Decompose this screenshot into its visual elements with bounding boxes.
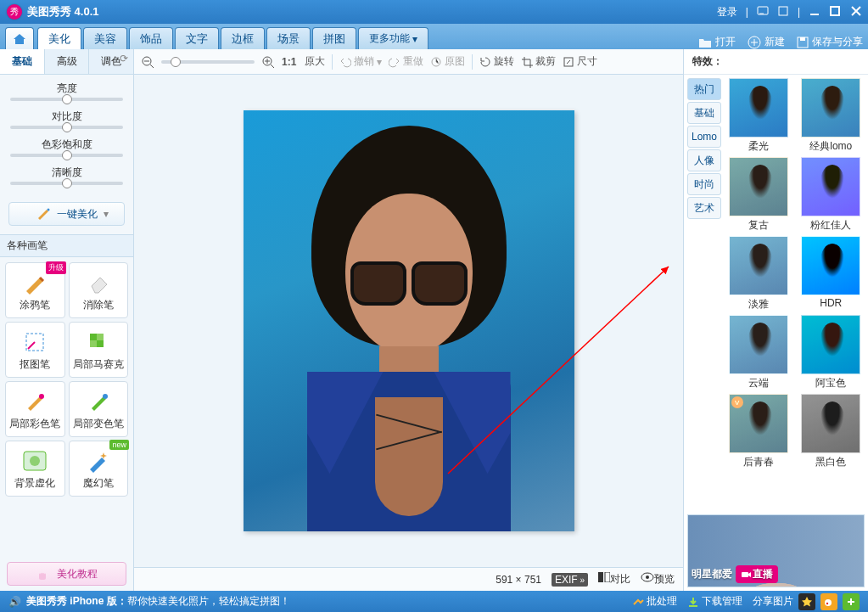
fx-bw[interactable]: 黑白色: [798, 394, 865, 469]
main-tabbar: 美化 美容 饰品 文字 边框 场景 拼图 更多功能▾ 打开 新建 保存与分享: [0, 24, 868, 49]
skin-icon[interactable]: [777, 5, 789, 20]
hand-icon: [36, 568, 52, 580]
brush-colorize[interactable]: 局部彩色笔: [5, 381, 65, 437]
fx-softlight[interactable]: 柔光: [725, 78, 792, 154]
fx-abao[interactable]: 阿宝色: [798, 315, 865, 390]
feedback-icon[interactable]: [757, 5, 769, 20]
close-icon[interactable]: [849, 4, 863, 20]
tab-cosmetic[interactable]: 美容: [83, 27, 127, 49]
brush-mosaic[interactable]: 局部马赛克: [69, 322, 129, 378]
svg-point-7: [47, 209, 49, 211]
tutorial-button[interactable]: 美化教程: [7, 562, 126, 586]
undo-button[interactable]: 撤销 ▾: [339, 54, 382, 69]
save-share-button[interactable]: 保存与分享: [797, 35, 863, 49]
home-tab[interactable]: [5, 27, 34, 49]
ad-banner[interactable]: 明星都爱 直播: [687, 514, 865, 587]
brush-blur-bg[interactable]: 背景虚化: [5, 441, 65, 497]
brush-doodle[interactable]: 升级涂鸦笔: [5, 262, 65, 318]
new-button[interactable]: 新建: [748, 35, 785, 49]
tab-beautify[interactable]: 美化: [37, 27, 81, 49]
open-button[interactable]: 打开: [698, 35, 736, 49]
saturation-slider[interactable]: 色彩饱和度: [10, 138, 123, 157]
cat-art[interactable]: 艺术: [687, 197, 721, 219]
svg-point-14: [103, 394, 108, 399]
upgrade-badge: 升级: [46, 261, 66, 274]
fx-youth[interactable]: V后青春: [725, 394, 792, 469]
maximize-icon[interactable]: [829, 5, 841, 20]
rotate-icon: [479, 56, 491, 68]
ad-text: 明星都爱: [692, 567, 732, 581]
brush-magic[interactable]: new魔幻笔: [69, 441, 129, 497]
fx-pink[interactable]: 粉红佳人: [798, 157, 865, 233]
subtab-basic[interactable]: 基础: [0, 49, 45, 74]
cat-portrait[interactable]: 人像: [687, 149, 721, 171]
crop-button[interactable]: 裁剪: [521, 54, 556, 69]
tab-ornament[interactable]: 饰品: [129, 27, 173, 49]
rotate-button[interactable]: 旋转: [479, 54, 514, 69]
canvas-body[interactable]: [134, 75, 683, 567]
effects-panel: 特效： 热门 基础 Lomo 人像 时尚 艺术 柔光 经典lomo 复古 粉红佳…: [683, 49, 868, 591]
pencil-icon: [21, 269, 48, 296]
fx-cloud[interactable]: 云端: [725, 315, 792, 390]
fx-elegant[interactable]: 淡雅: [725, 236, 792, 312]
add-button[interactable]: [843, 593, 860, 610]
qzone-icon[interactable]: [798, 593, 815, 610]
undo-icon: [339, 56, 351, 68]
brightness-slider[interactable]: 亮度: [10, 81, 123, 101]
subtab-advanced[interactable]: 高级: [45, 49, 90, 74]
effects-header: 特效：: [684, 49, 868, 75]
weibo-icon[interactable]: [820, 593, 837, 610]
redo-button[interactable]: 重做: [389, 54, 423, 69]
svg-rect-3: [831, 7, 839, 15]
adjust-subtabs: 基础 高级 调色⟳: [0, 49, 133, 75]
download-mgr-button[interactable]: 下载管理: [687, 594, 742, 609]
subtab-tone[interactable]: 调色⟳: [89, 49, 133, 74]
speaker-icon[interactable]: 🔊: [8, 596, 21, 608]
svg-rect-26: [742, 572, 748, 577]
brush-gradient[interactable]: 局部变色笔: [69, 381, 129, 437]
cat-fashion[interactable]: 时尚: [687, 173, 721, 195]
contrast-slider[interactable]: 对比度: [10, 109, 123, 129]
minimize-icon[interactable]: [809, 5, 820, 20]
zoom-in-button[interactable]: [261, 55, 275, 69]
canvas-area: 1:1 原大 撤销 ▾ 重做 原图 旋转 裁剪 尺寸: [134, 49, 683, 591]
fx-hdr[interactable]: HDR: [798, 236, 865, 312]
svg-rect-6: [800, 37, 805, 41]
download-icon: [687, 596, 699, 608]
login-link[interactable]: 登录: [717, 5, 737, 20]
svg-rect-9: [90, 334, 97, 340]
sharpness-slider[interactable]: 清晰度: [10, 166, 123, 185]
fx-classic-lomo[interactable]: 经典lomo: [798, 78, 865, 154]
zoom-out-button[interactable]: [141, 55, 154, 69]
zoom-slider[interactable]: [161, 60, 255, 64]
preview-button[interactable]: 预览: [641, 572, 675, 587]
fx-retro[interactable]: 复古: [725, 157, 792, 233]
original-button[interactable]: 原图: [430, 54, 465, 69]
promo-text[interactable]: 帮你快速美化照片，轻松搞定拼图！: [127, 595, 290, 607]
svg-point-13: [39, 394, 44, 399]
zoom-in-icon: [261, 55, 275, 69]
left-panel: 基础 高级 调色⟳ 亮度 对比度 色彩饱和度 清晰度 一键美化 各种画笔 升级涂…: [0, 49, 134, 591]
tab-scene[interactable]: 场景: [266, 27, 311, 49]
reset-icon[interactable]: ⟳: [120, 53, 128, 65]
photo-canvas[interactable]: [244, 110, 574, 531]
one-key-beautify-button[interactable]: 一键美化: [8, 202, 125, 226]
svg-rect-10: [97, 334, 104, 340]
brush-cutout[interactable]: 抠图笔: [5, 322, 65, 378]
cat-basic[interactable]: 基础: [687, 102, 721, 124]
exif-button[interactable]: EXIF »: [552, 573, 588, 587]
tab-collage[interactable]: 拼图: [312, 27, 356, 49]
cat-lomo[interactable]: Lomo: [687, 126, 721, 148]
brush-erase[interactable]: 消除笔: [69, 262, 129, 318]
cat-hot[interactable]: 热门: [687, 78, 721, 100]
size-button[interactable]: 尺寸: [563, 54, 597, 69]
sliders-group: 亮度 对比度 色彩饱和度 清晰度: [0, 75, 133, 199]
tab-more[interactable]: 更多功能▾: [358, 27, 428, 49]
zoom-1to1-button[interactable]: 1:1 原大: [282, 54, 325, 69]
tab-text[interactable]: 文字: [175, 27, 219, 49]
compare-button[interactable]: 对比: [598, 572, 630, 587]
share-button[interactable]: 分享图片: [753, 594, 793, 609]
tab-frame[interactable]: 边框: [221, 27, 265, 49]
batch-button[interactable]: 批处理: [632, 594, 677, 609]
svg-point-28: [826, 602, 828, 604]
